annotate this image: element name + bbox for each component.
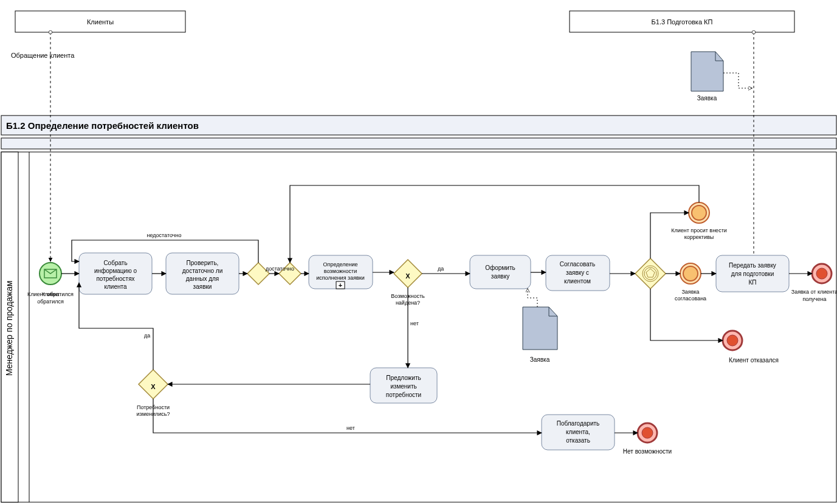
svg-point-76 xyxy=(642,427,653,438)
svg-text:Поблагодарить: Поблагодарить xyxy=(557,420,600,427)
task-thank: Поблагодарить клиента, отказать Поблагод… xyxy=(542,415,615,450)
doc-top: Заявка xyxy=(691,52,752,102)
svg-text:для подготовки: для подготовки xyxy=(731,271,774,277)
task-agree: Согласовать заявку с клиентом Согласоват… xyxy=(546,255,610,291)
svg-point-39 xyxy=(692,205,706,220)
svg-text:да: да xyxy=(144,333,150,339)
svg-point-49 xyxy=(727,335,738,346)
svg-text:Клиент просит внести: Клиент просит внести xyxy=(671,227,727,233)
subprocess-determine: Определение возможности исполнения заявк… xyxy=(309,255,373,289)
task-form: Оформить заявку Оформить заявку xyxy=(470,255,531,289)
svg-text:Заявка: Заявка xyxy=(681,289,699,295)
svg-text:согласована: согласована xyxy=(675,295,706,302)
svg-text:Предложить: Предложить xyxy=(386,375,421,381)
svg-text:заявку с: заявку с xyxy=(566,269,589,276)
svg-text:информацию о: информацию о xyxy=(94,268,137,274)
svg-text:возможности: возможности xyxy=(324,268,357,274)
svg-text:коррективы: коррективы xyxy=(684,234,714,240)
task-collect: Собрать информацию о потребностях клиент… xyxy=(79,253,152,294)
pool-main-subband xyxy=(1,138,836,149)
svg-text:заявку: заявку xyxy=(491,273,509,280)
svg-text:клиентом: клиентом xyxy=(564,278,591,285)
svg-text:исполнения заявки: исполнения заявки xyxy=(316,275,365,281)
svg-text:X: X xyxy=(405,272,410,280)
svg-text:Определение: Определение xyxy=(323,261,358,268)
svg-text:отказать: отказать xyxy=(566,437,590,444)
svg-text:потребности: потребности xyxy=(386,392,421,398)
svg-text:потребностях: потребностях xyxy=(96,275,134,282)
doc-top-label: Заявка xyxy=(697,95,717,102)
svg-text:+: + xyxy=(339,281,342,289)
svg-text:X: X xyxy=(151,383,156,390)
pool-main-title: Б1.2 Определение потребностей клиентов xyxy=(6,120,199,131)
svg-text:Согласовать: Согласовать xyxy=(560,261,596,268)
svg-text:получена: получена xyxy=(802,296,826,302)
svg-text:Собрать: Собрать xyxy=(103,260,127,266)
svg-text:нет: нет xyxy=(346,425,355,431)
svg-text:Клиент отказался: Клиент отказался xyxy=(729,357,779,364)
svg-text:клиента: клиента xyxy=(104,283,126,290)
svg-text:заявки: заявки xyxy=(193,283,212,290)
svg-text:изменить: изменить xyxy=(390,383,417,390)
pool-clients-label: Клиенты xyxy=(87,18,114,26)
svg-point-57 xyxy=(816,268,827,279)
svg-text:КП: КП xyxy=(748,279,756,286)
svg-text:недостаточно: недостаточно xyxy=(147,232,182,238)
lane-title-label: Менеджер по продажам xyxy=(4,281,14,376)
task-propose: Предложить изменить потребности Предложи… xyxy=(370,368,437,403)
svg-text:да: да xyxy=(438,266,444,272)
msg-label-client-request: Обращение клиента xyxy=(11,52,75,59)
svg-text:достаточно: достаточно xyxy=(266,266,294,272)
svg-text:нет: нет xyxy=(410,320,419,326)
svg-text:данных для: данных для xyxy=(186,275,219,282)
lane-container xyxy=(1,152,836,502)
svg-text:Оформить: Оформить xyxy=(485,264,515,271)
svg-text:Заявка: Заявка xyxy=(530,356,550,363)
svg-text:достаточно ли: достаточно ли xyxy=(182,268,223,274)
svg-rect-27 xyxy=(470,255,531,289)
svg-point-44 xyxy=(683,266,698,281)
svg-text:Передать заявку: Передать заявку xyxy=(729,262,776,269)
pool-kp-label: Б1.3 Подготовка КП xyxy=(652,18,713,26)
svg-text:обратился: обратился xyxy=(37,299,64,305)
task-check: Проверить, достаточно ли данных для заяв… xyxy=(166,253,239,294)
svg-text:Клиент: Клиент xyxy=(41,291,60,297)
svg-text:Заявка от клиента: Заявка от клиента xyxy=(791,289,837,295)
task-transfer: Передать заявку для подготовки КП Переда… xyxy=(716,255,789,292)
svg-text:Нет возможности: Нет возможности xyxy=(623,448,672,455)
svg-text:клиента,: клиента, xyxy=(566,429,590,435)
svg-text:Проверить,: Проверить, xyxy=(187,260,219,266)
